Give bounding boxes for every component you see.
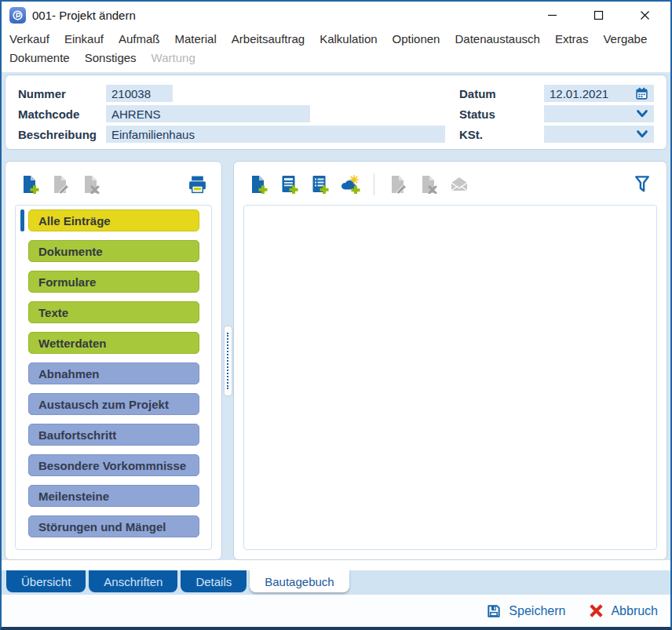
matchcode-label: Matchcode	[18, 107, 106, 121]
new-form-icon[interactable]	[279, 174, 299, 195]
nummer-label: Nummer	[18, 87, 106, 100]
tab-anschriften[interactable]: Anschriften	[89, 570, 177, 592]
menu-extras[interactable]: Extras	[555, 30, 589, 49]
cancel-x-icon	[589, 603, 604, 618]
new-text-icon[interactable]	[309, 174, 330, 195]
menu-optionen[interactable]: Optionen	[393, 30, 440, 49]
beschreibung-label: Beschreibung	[18, 128, 106, 141]
nummer-value: 210038	[111, 87, 167, 100]
beschreibung-value: Einfamilienhaus	[111, 128, 440, 141]
category-row: Meilensteine	[20, 485, 206, 507]
menu-vergabe[interactable]: Vergabe	[603, 30, 647, 49]
menu-bar: Verkauf Einkauf Aufmaß Material Arbeitsa…	[2, 28, 670, 72]
delete-document-icon	[418, 174, 439, 195]
title-bar: 001- Projekt ändern	[2, 2, 670, 28]
cancel-label: Abbruch	[611, 604, 658, 618]
category-baufortschritt[interactable]: Baufortschritt	[28, 424, 199, 446]
status-label: Status	[459, 107, 544, 121]
menu-sonstiges[interactable]: Sonstiges	[85, 49, 137, 67]
kst-select[interactable]	[544, 126, 654, 143]
chevron-down-icon[interactable]	[636, 129, 648, 140]
close-icon[interactable]	[636, 6, 653, 24]
entries-panel	[233, 161, 667, 560]
matchcode-field[interactable]: AHRENS	[106, 105, 310, 122]
category-row: Texte	[20, 301, 206, 323]
save-button[interactable]: Speichern	[486, 603, 565, 619]
category-texte[interactable]: Texte	[28, 301, 199, 323]
tab-details[interactable]: Details	[181, 570, 247, 592]
filter-icon[interactable]	[632, 174, 652, 195]
category-besondere-vorkommnisse[interactable]: Besondere Vorkommnisse	[28, 454, 199, 476]
category-row: Besondere Vorkommnisse	[20, 454, 206, 476]
category-wetterdaten[interactable]: Wetterdaten	[28, 332, 199, 354]
datum-field[interactable]: 12.01.2021	[544, 85, 654, 102]
save-label: Speichern	[509, 604, 565, 618]
window-title: 001- Projekt ändern	[32, 9, 136, 22]
new-entry-icon[interactable]	[20, 174, 40, 195]
menu-kalkulation[interactable]: Kalkulation	[320, 30, 377, 49]
datum-value: 12.01.2021	[550, 87, 635, 100]
beschreibung-field[interactable]: Einfamilienhaus	[106, 126, 445, 143]
category-austausch-zum-projekt[interactable]: Austausch zum Projekt	[28, 393, 199, 415]
menu-arbeitsauftrag[interactable]: Arbeitsauftrag	[232, 30, 305, 49]
entries-list-empty[interactable]	[243, 205, 657, 550]
save-icon	[486, 603, 502, 619]
menu-verkauf[interactable]: Verkauf	[9, 30, 49, 49]
category-row: Wetterdaten	[20, 332, 206, 354]
toolbar-separator	[374, 173, 374, 195]
nummer-field[interactable]: 210038	[106, 85, 173, 102]
delete-entry-icon	[81, 174, 101, 195]
datum-label: Datum	[459, 87, 544, 100]
splitter-handle[interactable]	[225, 326, 232, 395]
status-select[interactable]	[544, 105, 654, 122]
menu-datenaustausch[interactable]: Datenaustausch	[455, 30, 539, 49]
footer-bar: Speichern Abbruch	[2, 595, 670, 627]
menu-wartung: Wartung	[152, 49, 195, 67]
calendar-icon[interactable]	[635, 87, 648, 100]
print-icon[interactable]	[187, 174, 207, 195]
window-controls	[543, 6, 663, 24]
app-window: 001- Projekt ändern Verkauf Einkauf Aufm…	[0, 0, 672, 630]
menu-dokumente[interactable]: Dokumente	[9, 49, 70, 67]
menu-material[interactable]: Material	[174, 30, 216, 49]
category-row: Formulare	[20, 271, 206, 293]
edit-document-icon	[388, 174, 408, 195]
active-indicator	[20, 209, 24, 231]
tab-uebersicht[interactable]: Übersicht	[6, 570, 86, 592]
splitter-dots	[227, 333, 228, 389]
category-formulare[interactable]: Formulare	[28, 271, 199, 293]
new-weather-icon[interactable]	[340, 174, 360, 195]
mail-icon	[449, 174, 469, 195]
edit-entry-icon	[50, 174, 71, 195]
chevron-down-icon[interactable]	[636, 108, 648, 119]
kst-label: KSt.	[459, 128, 544, 141]
cancel-button[interactable]: Abbruch	[589, 603, 658, 618]
maximize-icon[interactable]	[590, 6, 607, 24]
category-row: Dokumente	[20, 240, 206, 262]
menu-aufmass[interactable]: Aufmaß	[119, 30, 160, 49]
category-stoerungen-und-maengel[interactable]: Störungen und Mängel	[28, 515, 199, 537]
category-dokumente[interactable]: Dokumente	[28, 240, 199, 262]
category-alle-eintraege[interactable]: Alle Einträge	[28, 209, 199, 231]
content-area: Nummer 210038 Matchcode AHRENS Beschreib…	[2, 72, 670, 627]
entries-toolbar	[243, 169, 657, 199]
category-meilensteine[interactable]: Meilensteine	[28, 485, 199, 507]
new-document-icon[interactable]	[248, 174, 268, 195]
panel-splitter	[222, 161, 233, 560]
category-row: Baufortschritt	[20, 424, 206, 446]
tab-bautagebuch[interactable]: Bautagebuch	[250, 569, 349, 592]
app-logo-icon	[9, 7, 26, 24]
tab-bar: Übersicht Anschriften Details Bautagebuc…	[2, 570, 670, 595]
category-row: Alle Einträge	[20, 209, 206, 231]
project-header-form: Nummer 210038 Matchcode AHRENS Beschreib…	[5, 75, 667, 150]
category-row: Abnahmen	[20, 362, 206, 384]
category-row: Austausch zum Projekt	[20, 393, 206, 415]
minimize-icon[interactable]	[543, 6, 561, 24]
category-abnahmen[interactable]: Abnahmen	[28, 362, 199, 384]
matchcode-value: AHRENS	[111, 107, 305, 121]
category-toolbar	[15, 169, 212, 199]
menu-einkauf[interactable]: Einkauf	[64, 30, 104, 49]
category-panel: Alle Einträge Dokumente Formulare Texte	[5, 161, 222, 560]
category-row: Störungen und Mängel	[20, 515, 206, 537]
category-list: Alle Einträge Dokumente Formulare Texte	[15, 205, 212, 550]
